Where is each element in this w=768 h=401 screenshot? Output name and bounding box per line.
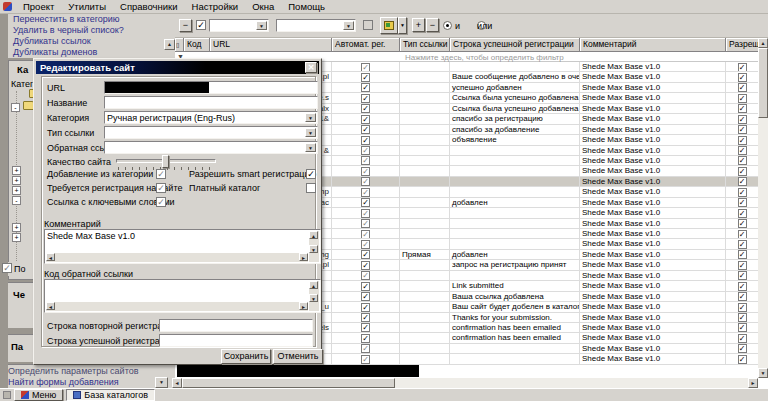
textarea-hscrollbar[interactable]: ◄ ► <box>46 302 308 311</box>
allow-checkbox[interactable] <box>738 261 747 270</box>
allow-checkbox[interactable] <box>738 323 747 332</box>
allow-checkbox[interactable] <box>738 94 747 103</box>
filter-option-checkbox[interactable] <box>363 20 373 30</box>
textarea-vscrollbar[interactable]: ▲ ▼ <box>309 231 319 262</box>
column-header-linktype[interactable]: Тип ссылки <box>400 38 450 52</box>
remove-filter-button[interactable]: − <box>179 19 192 32</box>
add-condition-button[interactable]: + <box>412 18 425 32</box>
allow-checkbox[interactable] <box>738 219 747 228</box>
scroll-up-icon[interactable]: ▲ <box>309 231 318 239</box>
column-header-success[interactable]: Строка успешной регистрации <box>450 38 580 52</box>
autoreg-checkbox[interactable] <box>361 115 370 124</box>
scroll-down-icon[interactable]: ▼ <box>309 245 318 253</box>
column-header-url[interactable]: URL <box>210 38 332 52</box>
scroll-right-icon[interactable]: ► <box>748 378 758 388</box>
allow-checkbox[interactable] <box>738 156 747 165</box>
autoreg-checkbox[interactable] <box>361 156 370 165</box>
autoreg-checkbox[interactable] <box>361 313 370 322</box>
allow-checkbox[interactable] <box>738 334 747 343</box>
quality-slider[interactable] <box>116 159 216 163</box>
column-header-autoreg[interactable]: Автомат. рег. <box>332 38 400 52</box>
allow-checkbox[interactable] <box>738 313 747 322</box>
autoreg-checkbox[interactable] <box>361 198 370 207</box>
allow-checkbox[interactable] <box>738 250 747 259</box>
autoreg-checkbox[interactable] <box>361 323 370 332</box>
autoreg-checkbox[interactable] <box>361 292 370 301</box>
allow-checkbox[interactable] <box>738 303 747 312</box>
link-duplicate-links[interactable]: Дубликаты ссылок <box>13 36 91 46</box>
url-input[interactable] <box>104 81 318 94</box>
allow-checkbox[interactable] <box>738 104 747 113</box>
autoreg-checkbox[interactable] <box>361 219 370 228</box>
chevron-down-icon[interactable]: ▼ <box>343 21 354 30</box>
autoreg-checkbox[interactable] <box>361 94 370 103</box>
show-option-checkbox[interactable] <box>2 263 12 273</box>
vscroll-thumb[interactable] <box>758 48 768 118</box>
add-from-category-checkbox[interactable] <box>156 169 166 179</box>
name-input[interactable] <box>104 96 318 109</box>
tree-expander-icon[interactable]: - <box>11 103 20 112</box>
link-duplicate-domains[interactable]: Дубликаты доменов <box>13 47 97 57</box>
filter-enabled-checkbox[interactable] <box>196 20 206 30</box>
chevron-down-icon[interactable]: ▼ <box>256 21 267 30</box>
category-combo[interactable]: Ручная регистрация (Eng-Rus) ▼ <box>104 111 318 124</box>
scroll-up-icon[interactable]: ▲ <box>309 281 318 289</box>
close-icon[interactable]: ✕ <box>305 62 317 73</box>
allow-checkbox[interactable] <box>738 125 747 134</box>
link-delete-to-blacklist[interactable]: Удалить в черный список? <box>13 25 124 35</box>
autoreg-checkbox[interactable] <box>361 83 370 92</box>
textarea-hscrollbar[interactable]: ◄ ► <box>46 253 308 262</box>
dialog-title-bar[interactable]: Редактировать сайт ✕ <box>36 61 319 74</box>
allow-checkbox[interactable] <box>738 271 747 280</box>
scroll-left-icon[interactable]: ◄ <box>172 378 182 388</box>
menu-windows[interactable]: Окна <box>245 0 281 13</box>
link-find-add-forms[interactable]: Найти формы добавления <box>8 377 119 387</box>
autoreg-checkbox[interactable] <box>361 104 370 113</box>
scroll-left-icon[interactable]: ◄ <box>46 253 55 261</box>
scroll-down-icon[interactable]: ▼ <box>758 368 768 378</box>
autoreg-checkbox[interactable] <box>361 282 370 291</box>
autoreg-checkbox[interactable] <box>361 209 370 218</box>
autoreg-checkbox[interactable] <box>361 167 370 176</box>
autoreg-checkbox[interactable] <box>361 355 370 364</box>
autoreg-checkbox[interactable] <box>361 261 370 270</box>
paid-catalog-checkbox[interactable] <box>306 183 316 193</box>
scroll-up-icon[interactable]: ▲ <box>164 39 175 50</box>
apply-filter-dropdown[interactable]: ▼ <box>398 17 407 34</box>
dropdown-arrow-icon[interactable]: ▼ <box>155 377 168 388</box>
allow-checkbox[interactable] <box>738 167 747 176</box>
menu-help[interactable]: Помощь <box>281 0 332 13</box>
comment-textarea[interactable]: Shede Max Base v1.0 ▲ ▼ ◄ ► <box>44 229 321 264</box>
allow-checkbox[interactable] <box>738 146 747 155</box>
chevron-down-icon[interactable]: ▼ <box>305 113 316 122</box>
cancel-button[interactable]: Отменить <box>273 349 323 364</box>
save-button[interactable]: Сохранить <box>221 349 271 364</box>
menu-tab-button[interactable]: Меню <box>14 389 63 401</box>
vertical-scrollbar[interactable]: ▲ ▼ <box>758 38 768 378</box>
autoreg-checkbox[interactable] <box>361 177 370 186</box>
scroll-right-icon[interactable]: ► <box>299 253 308 261</box>
column-header-code[interactable]: Код <box>184 38 210 52</box>
autoreg-checkbox[interactable] <box>361 334 370 343</box>
allow-checkbox[interactable] <box>738 63 747 72</box>
tree-expander-icon[interactable]: + <box>12 166 21 175</box>
column-header-comment[interactable]: Комментарий <box>580 38 726 52</box>
allow-checkbox[interactable] <box>738 136 747 145</box>
autoreg-checkbox[interactable] <box>361 63 370 72</box>
menu-utilities[interactable]: Утилиты <box>61 0 113 13</box>
chevron-down-icon[interactable]: ▼ <box>305 128 316 137</box>
allow-checkbox[interactable] <box>738 115 747 124</box>
backlink-combo[interactable]: ▼ <box>104 141 318 154</box>
backlink-code-textarea[interactable]: ▲ ▼ ◄ ► <box>44 279 321 313</box>
remove-condition-button[interactable]: − <box>426 18 439 32</box>
horizontal-scrollbar[interactable]: ◄ ► <box>172 378 758 388</box>
link-move-to-category[interactable]: Перенестить в категорию <box>13 14 120 24</box>
allow-checkbox[interactable] <box>738 355 747 364</box>
scroll-left-icon[interactable]: ◄ <box>46 302 55 310</box>
autoreg-checkbox[interactable] <box>361 250 370 259</box>
filter-field-combo[interactable]: ▼ <box>209 19 269 32</box>
autoreg-checkbox[interactable] <box>361 240 370 249</box>
autoreg-checkbox[interactable] <box>361 73 370 82</box>
autoreg-checkbox[interactable] <box>361 188 370 197</box>
tree-expander-icon[interactable]: + <box>12 223 21 232</box>
